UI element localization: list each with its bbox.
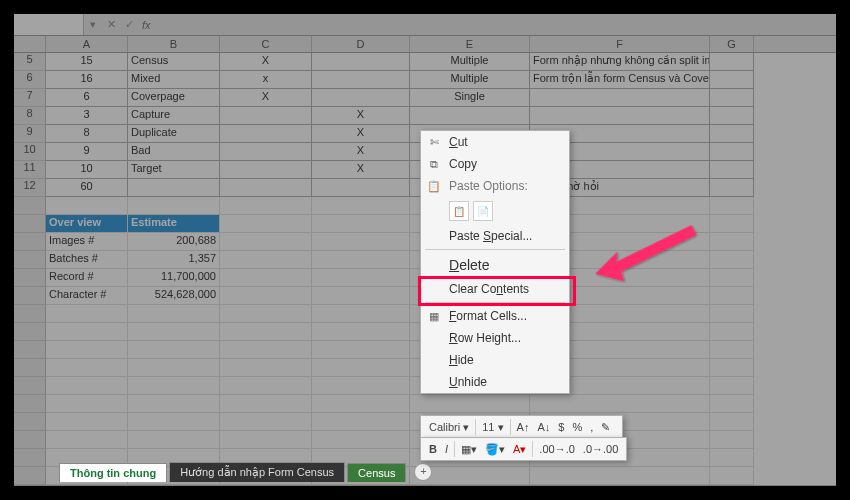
menu-format-cells[interactable]: ▦ Format Cells... — [421, 305, 569, 327]
cell[interactable]: x — [220, 71, 312, 89]
cell[interactable] — [710, 431, 754, 449]
cell[interactable] — [220, 395, 312, 413]
cell[interactable] — [46, 305, 128, 323]
col-header-b[interactable]: B — [128, 36, 220, 52]
cell[interactable] — [46, 377, 128, 395]
cell[interactable] — [530, 467, 710, 485]
cell[interactable] — [128, 431, 220, 449]
cell[interactable] — [710, 233, 754, 251]
increase-font-icon[interactable]: A↑ — [515, 420, 532, 434]
cell[interactable] — [128, 323, 220, 341]
overview-label[interactable]: Batches # — [46, 251, 128, 269]
overview-label[interactable]: Character # — [46, 287, 128, 305]
cell[interactable] — [312, 287, 410, 305]
row-header[interactable] — [14, 233, 46, 251]
cell[interactable]: Coverpage — [128, 89, 220, 107]
cell[interactable]: X — [220, 53, 312, 71]
cell[interactable] — [46, 197, 128, 215]
currency-icon[interactable]: $ — [556, 420, 566, 434]
cell[interactable] — [410, 107, 530, 125]
cell[interactable] — [220, 179, 312, 197]
row-header[interactable] — [14, 431, 46, 449]
cell[interactable] — [710, 395, 754, 413]
cell[interactable] — [220, 359, 312, 377]
cell[interactable] — [128, 341, 220, 359]
menu-delete[interactable]: Delete — [421, 252, 569, 278]
overview-value[interactable]: 524,628,000 — [128, 287, 220, 305]
cell[interactable] — [128, 197, 220, 215]
row-header[interactable]: 9 — [14, 125, 46, 143]
cell[interactable] — [220, 323, 312, 341]
cell[interactable]: Bad — [128, 143, 220, 161]
cell[interactable] — [46, 431, 128, 449]
col-header-d[interactable]: D — [312, 36, 410, 52]
cell[interactable] — [128, 179, 220, 197]
cell[interactable] — [312, 269, 410, 287]
col-header-f[interactable]: F — [530, 36, 710, 52]
cell[interactable] — [312, 53, 410, 71]
cell[interactable] — [220, 215, 312, 233]
overview-value[interactable]: 200,688 — [128, 233, 220, 251]
cell[interactable] — [710, 107, 754, 125]
cell[interactable] — [710, 341, 754, 359]
cell[interactable] — [128, 395, 220, 413]
cell[interactable]: Target — [128, 161, 220, 179]
cell[interactable] — [710, 287, 754, 305]
cell[interactable] — [46, 341, 128, 359]
name-box[interactable] — [14, 14, 84, 35]
cell[interactable]: Single — [410, 89, 530, 107]
cell[interactable] — [710, 89, 754, 107]
cell[interactable]: X — [312, 143, 410, 161]
cell[interactable]: 16 — [46, 71, 128, 89]
row-header[interactable] — [14, 287, 46, 305]
cell[interactable] — [220, 143, 312, 161]
menu-hide[interactable]: Hide — [421, 349, 569, 371]
font-color-icon[interactable]: A▾ — [511, 442, 528, 457]
row-header[interactable] — [14, 269, 46, 287]
cell[interactable] — [312, 359, 410, 377]
fill-color-icon[interactable]: 🪣▾ — [483, 442, 507, 457]
cell[interactable]: 60 — [46, 179, 128, 197]
cell[interactable]: X — [312, 161, 410, 179]
row-header[interactable] — [14, 467, 46, 485]
italic-button[interactable]: I — [443, 442, 450, 456]
row-header[interactable]: 7 — [14, 89, 46, 107]
cell[interactable] — [710, 125, 754, 143]
increase-decimal-icon[interactable]: .0→.00 — [581, 442, 620, 456]
cell[interactable] — [710, 377, 754, 395]
row-header[interactable] — [14, 215, 46, 233]
row-header[interactable] — [14, 449, 46, 467]
row-header[interactable] — [14, 341, 46, 359]
cell[interactable]: 15 — [46, 53, 128, 71]
col-header-e[interactable]: E — [410, 36, 530, 52]
format-painter-icon[interactable]: ✎ — [599, 420, 612, 435]
add-sheet-button[interactable]: + — [414, 463, 432, 481]
cell[interactable] — [46, 323, 128, 341]
cell[interactable] — [710, 269, 754, 287]
cell[interactable] — [46, 395, 128, 413]
cell[interactable] — [312, 305, 410, 323]
cell[interactable]: Form trộn lẫn form Census và Coverpage — [530, 71, 710, 89]
cell[interactable]: Census — [128, 53, 220, 71]
cell[interactable] — [710, 305, 754, 323]
cell[interactable] — [710, 413, 754, 431]
cell[interactable] — [128, 359, 220, 377]
cancel-formula-icon[interactable]: ✕ — [102, 18, 120, 31]
cell[interactable] — [220, 269, 312, 287]
cell[interactable] — [46, 359, 128, 377]
cell[interactable]: Form nhập nhưng không cần split image — [530, 53, 710, 71]
comma-icon[interactable]: , — [588, 420, 595, 434]
cell[interactable]: 6 — [46, 89, 128, 107]
font-size-selector[interactable]: 11 ▾ — [480, 420, 505, 435]
overview-header[interactable]: Estimate — [128, 215, 220, 233]
cell[interactable] — [128, 377, 220, 395]
percent-icon[interactable]: % — [570, 420, 584, 434]
cell[interactable] — [710, 359, 754, 377]
cell[interactable] — [530, 107, 710, 125]
name-box-dropdown-icon[interactable]: ▾ — [84, 18, 102, 31]
cell[interactable] — [220, 197, 312, 215]
cell[interactable]: 10 — [46, 161, 128, 179]
menu-clear-contents[interactable]: Clear Contents — [421, 278, 569, 300]
row-header[interactable]: 10 — [14, 143, 46, 161]
cell[interactable] — [410, 395, 530, 413]
